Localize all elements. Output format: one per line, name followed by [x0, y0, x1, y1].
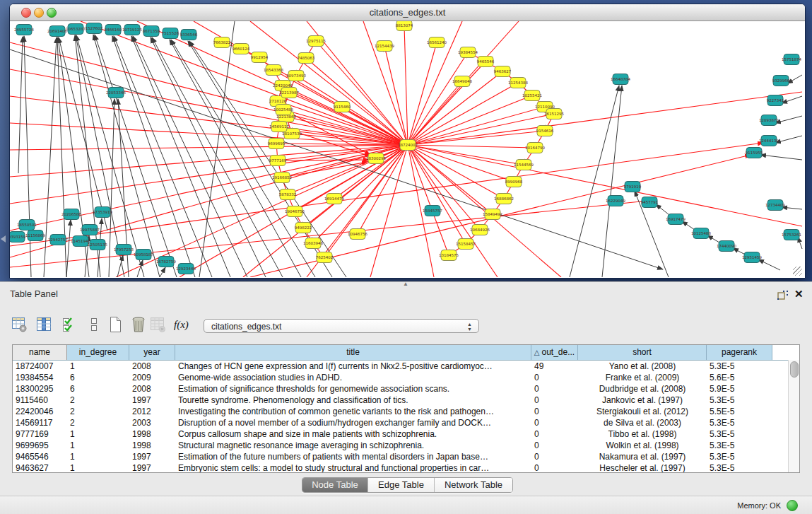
table-cell[interactable]: 1997 [129, 395, 175, 406]
table-cell[interactable]: 1 [67, 462, 129, 473]
table-scrollbar[interactable] [788, 360, 799, 472]
table-cell[interactable]: 2 [67, 406, 129, 417]
table-cell[interactable]: 1998 [129, 428, 175, 440]
table-cell[interactable]: 5.3E-5 [707, 451, 772, 462]
network-node[interactable]: 9393159 [10, 232, 26, 243]
network-node[interactable]: 11254388 [508, 78, 528, 88]
network-node[interactable]: 15753261 [782, 230, 801, 240]
network-node[interactable]: 12505135 [88, 240, 107, 250]
table-cell[interactable]: 0 [531, 440, 578, 451]
network-node[interactable]: 8791919 [624, 182, 642, 192]
network-node[interactable]: 17440090 [717, 241, 736, 252]
network-edge[interactable] [59, 37, 107, 230]
network-node[interactable]: 10164790 [525, 143, 545, 153]
table-cell[interactable]: Embryonic stem cells: a model to study s… [175, 462, 531, 473]
table-row[interactable]: 946554611997Estimation of the future num… [13, 451, 799, 462]
column-header-pagerank[interactable]: pagerank [707, 345, 772, 360]
table-cell[interactable]: Franke et al. (2009) [578, 372, 707, 383]
network-edge[interactable] [408, 114, 554, 145]
network-edge[interactable] [114, 36, 212, 277]
network-node[interactable]: 17957253 [114, 245, 134, 255]
network-node[interactable]: 9699695 [268, 139, 286, 149]
table-cell[interactable]: Genome-wide association studies in ADHD. [175, 372, 531, 383]
network-node[interactable]: 9329966 [772, 76, 790, 86]
network-node[interactable]: 8466160 [105, 25, 122, 35]
network-edge[interactable] [282, 162, 367, 177]
table-cell[interactable]: 5.3E-5 [707, 361, 772, 372]
network-node[interactable]: 9777169 [269, 156, 287, 166]
table-settings-button[interactable] [11, 315, 28, 334]
panel-divider-grip-icon[interactable]: ▲ [403, 281, 408, 287]
column-header-short[interactable]: short [578, 345, 707, 360]
table-row[interactable]: 911546021997Tourette syndrome. Phenomeno… [13, 395, 799, 406]
table-cell[interactable]: 14569117 [13, 417, 67, 428]
table-cell[interactable]: 1 [67, 440, 129, 451]
network-node[interactable]: 10684926 [470, 225, 490, 235]
network-edge[interactable] [10, 49, 663, 269]
network-node[interactable]: 22053346 [106, 88, 126, 98]
network-node[interactable]: 19166852 [272, 173, 292, 183]
network-node[interactable]: 15158457 [456, 239, 476, 250]
network-node[interactable]: 16229049 [606, 196, 625, 206]
table-cell[interactable]: 1 [67, 451, 129, 462]
network-canvas[interactable]: 2495572420691406106532871527602846616010… [10, 21, 804, 277]
network-node[interactable]: 8990968 [505, 177, 523, 187]
network-node[interactable]: 10653287 [66, 24, 86, 35]
network-edge[interactable] [782, 96, 802, 103]
table-cell[interactable]: 1997 [129, 451, 175, 462]
network-node[interactable]: 9115460 [334, 102, 351, 112]
network-node[interactable]: 18550501 [17, 220, 37, 230]
function-builder-button[interactable]: f(x) [174, 315, 191, 334]
network-node[interactable]: 19975887 [80, 225, 100, 235]
table-cell[interactable]: Wolkin et al. (1998) [578, 440, 707, 451]
network-edge[interactable] [66, 220, 71, 277]
network-node[interactable]: 16886862 [494, 194, 514, 204]
table-cell[interactable]: Estimation of the future numbers of pati… [175, 451, 531, 462]
close-panel-button[interactable]: ✕ [794, 288, 804, 300]
table-cell[interactable]: 9115460 [13, 395, 67, 406]
network-edge[interactable] [10, 145, 408, 257]
network-node[interactable]: 11603948 [303, 238, 323, 249]
network-node[interactable]: 11544569 [514, 160, 534, 170]
network-node[interactable]: 16561240 [427, 37, 447, 48]
network-edge[interactable] [758, 259, 780, 270]
network-node[interactable]: 8671358 [143, 26, 160, 37]
network-node[interactable]: 12975115 [306, 36, 326, 47]
panel-collapse-arrow-icon[interactable] [1, 235, 6, 243]
table-cell[interactable]: 18724007 [13, 361, 67, 372]
network-node[interactable]: 15751874 [782, 54, 801, 65]
tab-node-table[interactable]: Node Table [302, 478, 367, 492]
network-node[interactable]: 10973493 [286, 71, 306, 81]
network-edge[interactable] [404, 25, 408, 145]
network-node[interactable]: 16151295 [544, 109, 564, 119]
network-node[interactable]: 7485063 [298, 53, 315, 64]
column-header-in_degree[interactable]: in_degree [67, 345, 129, 360]
network-node[interactable]: 18543368 [264, 65, 283, 76]
network-node[interactable]: 10958187 [134, 250, 153, 260]
table-cell[interactable]: 9777169 [13, 428, 67, 440]
table-cell[interactable]: Investigating the contribution of common… [175, 406, 531, 417]
delete-table-button[interactable] [130, 315, 147, 334]
network-selector[interactable]: citations_edges.txt ▲▼ [204, 319, 479, 333]
table-cell[interactable]: 2008 [129, 361, 175, 372]
column-header-name[interactable]: name [13, 345, 67, 360]
table-row[interactable]: 2242004622012Investigating the contribut… [13, 406, 799, 417]
scrollbar-thumb[interactable] [790, 361, 799, 378]
network-edge[interactable] [95, 35, 177, 277]
network-node[interactable]: 9463627 [494, 66, 512, 77]
table-cell[interactable]: 2 [67, 395, 129, 406]
network-node[interactable]: 9154616 [536, 126, 554, 136]
network-edge[interactable] [408, 145, 466, 244]
network-node[interactable]: 10025488 [273, 105, 293, 115]
table-cell[interactable]: 1997 [129, 462, 175, 473]
network-edge[interactable] [152, 37, 283, 277]
table-cell[interactable]: 5.3E-5 [707, 395, 772, 406]
network-node[interactable]: 16648784 [611, 74, 630, 85]
network-edge[interactable] [18, 37, 23, 173]
network-edge[interactable] [10, 145, 408, 204]
table-cell[interactable]: 5.3E-5 [707, 462, 772, 473]
table-cell[interactable]: 2008 [129, 383, 175, 395]
table-cell[interactable]: 9465546 [13, 451, 67, 462]
table-cell[interactable]: 0 [531, 383, 578, 395]
network-edge[interactable] [112, 36, 195, 277]
